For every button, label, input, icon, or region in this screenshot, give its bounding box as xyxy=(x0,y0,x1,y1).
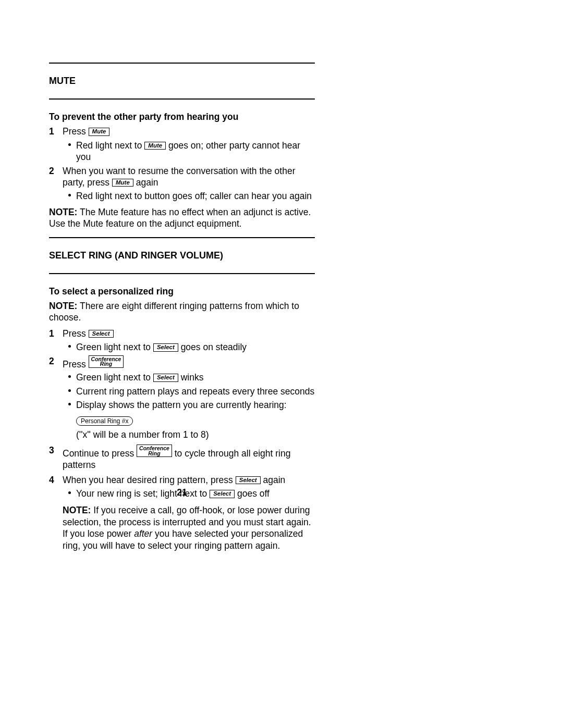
step: 2 Press Conference Ring xyxy=(49,355,315,370)
bullet: Green light next to Select goes on stead… xyxy=(63,341,315,353)
btn-line2: Ring xyxy=(91,361,121,367)
section-title-select-ring: SELECT RING (AND RINGER VOLUME) xyxy=(49,250,315,262)
mute-button: Mute xyxy=(144,142,166,150)
text: When you want to resume the conversation… xyxy=(63,166,296,188)
bullet-text: Display shows the pattern you are curren… xyxy=(76,399,315,411)
mute-note: NOTE: The Mute feature has no effect whe… xyxy=(49,206,315,230)
bullet: Green light next to Select winks xyxy=(63,372,315,383)
bullet-marker xyxy=(63,190,76,202)
section-title-mute: MUTE xyxy=(49,75,315,87)
display-personal-ring: Personal Ring #x xyxy=(76,416,133,426)
step-number: 1 xyxy=(49,328,63,339)
conference-ring-button: Conference Ring xyxy=(89,355,124,368)
mute-subtitle: To prevent the other party from hearing … xyxy=(49,111,315,122)
ring-subtitle: To select a personalized ring xyxy=(49,286,315,297)
bullet-marker xyxy=(63,386,76,397)
bullet-text: Red light next to Mute goes on; other pa… xyxy=(76,140,315,163)
select-button: Select xyxy=(236,476,261,485)
step: 1 Press Mute xyxy=(49,126,315,137)
step-number: 2 xyxy=(49,355,63,370)
bullet-list: Green light next to Select winks Current… xyxy=(63,372,315,411)
bullet-list: Green light next to Select goes on stead… xyxy=(63,341,315,353)
select-button: Select xyxy=(89,330,114,338)
note-after-italic: after xyxy=(134,528,152,539)
step-body: When you hear desired ring pattern, pres… xyxy=(63,474,315,486)
step-number: 4 xyxy=(49,474,63,486)
step: 2 When you want to resume the conversati… xyxy=(49,165,315,189)
note-text: There are eight different ringing patter… xyxy=(49,301,299,323)
step: 1 Press Select xyxy=(49,328,315,339)
text: Press xyxy=(63,126,86,137)
text: When you hear desired ring pattern, pres… xyxy=(63,475,233,485)
rule xyxy=(49,273,315,274)
bullet: Red light next to Mute goes on; other pa… xyxy=(63,140,315,163)
step-number: 3 xyxy=(49,445,63,471)
display-line: Personal Ring #x xyxy=(76,414,315,426)
step-body: Press Mute xyxy=(63,126,315,137)
bullet-marker xyxy=(63,341,76,353)
bullet-text: Green light next to Select goes on stead… xyxy=(76,341,315,353)
page-number: 21 xyxy=(49,487,315,498)
note-text: The Mute feature has no effect when an a… xyxy=(49,207,311,229)
conference-ring-button: Conference Ring xyxy=(137,445,172,457)
page: MUTE To prevent the other party from hea… xyxy=(0,0,563,728)
note-label: NOTE: xyxy=(49,301,77,311)
text: Press xyxy=(63,359,86,369)
text: Red light next to xyxy=(76,140,142,151)
select-button: Select xyxy=(153,343,178,352)
bullet-text: Green light next to Select winks xyxy=(76,372,315,383)
bullet-list: Red light next to button goes off; calle… xyxy=(63,190,315,202)
step: 3 Continue to press Conference Ring to c… xyxy=(49,445,315,471)
bullet-list: Red light next to Mute goes on; other pa… xyxy=(63,140,315,163)
step-body: Continue to press Conference Ring to cyc… xyxy=(63,445,315,471)
ring-note-intro: NOTE: There are eight different ringing … xyxy=(49,300,315,324)
step-body: When you want to resume the conversation… xyxy=(63,165,315,189)
note-label: NOTE: xyxy=(49,207,77,217)
x-note: (''x'' will be a number from 1 to 8) xyxy=(76,429,315,440)
bullet-text: Current ring pattern plays and repeats e… xyxy=(76,386,315,397)
mute-button: Mute xyxy=(89,128,110,136)
text: Green light next to xyxy=(76,342,151,352)
text: again xyxy=(136,177,158,188)
step-number: 2 xyxy=(49,165,63,189)
text: again xyxy=(263,475,285,485)
rule xyxy=(49,98,315,100)
select-button: Select xyxy=(153,374,178,382)
rule xyxy=(49,63,315,64)
bullet-marker xyxy=(63,140,76,163)
text: Press xyxy=(63,328,86,339)
bullet-marker xyxy=(63,372,76,383)
text: winks xyxy=(181,372,204,382)
rule xyxy=(49,237,315,238)
mute-button: Mute xyxy=(112,179,133,187)
text: goes on steadily xyxy=(181,342,247,352)
step-body: Press Conference Ring xyxy=(63,355,315,370)
text: Continue to press xyxy=(63,448,134,459)
bullet-marker xyxy=(63,399,76,411)
step: 4 When you hear desired ring pattern, pr… xyxy=(49,474,315,486)
step-number: 1 xyxy=(49,126,63,137)
bullet: Red light next to button goes off; calle… xyxy=(63,190,315,202)
ring-final-note: NOTE: If you receive a call, go off-hook… xyxy=(63,504,315,551)
bullet-text: Red light next to button goes off; calle… xyxy=(76,190,315,202)
content-column: MUTE To prevent the other party from hea… xyxy=(49,63,315,551)
btn-line2: Ring xyxy=(139,451,169,456)
note-label: NOTE: xyxy=(63,505,91,515)
bullet: Current ring pattern plays and repeats e… xyxy=(63,386,315,397)
step-body: Press Select xyxy=(63,328,315,339)
text: Green light next to xyxy=(76,372,151,382)
bullet: Display shows the pattern you are curren… xyxy=(63,399,315,411)
